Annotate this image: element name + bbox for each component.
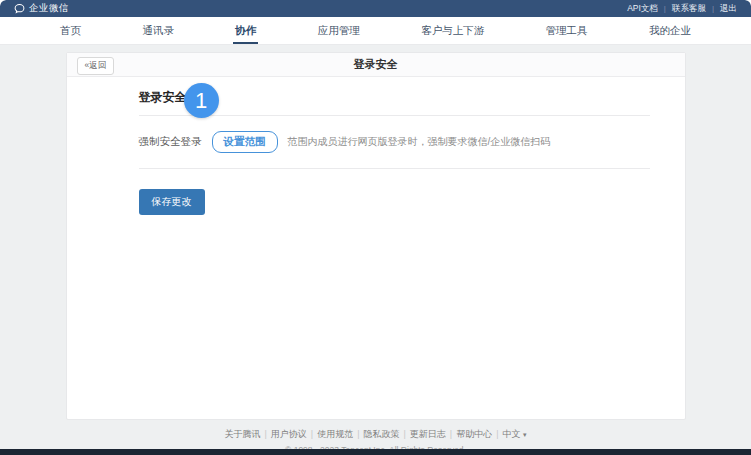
nav-tab-my-company[interactable]: 我的企业 [647, 19, 693, 44]
topbar-link-contact-support[interactable]: 联系客服 [672, 3, 706, 15]
bottom-bar [0, 449, 751, 455]
app-logo-label: 企业微信 [29, 2, 69, 15]
app-logo[interactable]: 企业微信 [14, 2, 69, 15]
separator: | [353, 429, 363, 439]
set-scope-button[interactable]: 设置范围 [212, 131, 278, 153]
annotation-badge-1: 1 [184, 83, 219, 118]
footer-link-usage-rules[interactable]: 使用规范 [317, 429, 353, 439]
language-label: 中文 [503, 429, 521, 439]
nav-tab-app-management[interactable]: 应用管理 [316, 19, 362, 44]
nav-tab-admin-tools[interactable]: 管理工具 [544, 19, 590, 44]
setting-description: 范围内成员进行网页版登录时，强制要求微信/企业微信扫码 [288, 135, 551, 149]
topbar-link-api-docs[interactable]: API文档 [627, 3, 658, 15]
separator: | [260, 429, 270, 439]
separator: | [307, 429, 317, 439]
caret-down-icon: ▾ [523, 431, 527, 438]
nav-tab-home[interactable]: 首页 [58, 19, 83, 44]
footer-link-about-tencent[interactable]: 关于腾讯 [224, 429, 260, 439]
separator: | [712, 4, 714, 13]
topbar: 企业微信 API文档 | 联系客服 | 退出 [0, 0, 751, 17]
back-button[interactable]: «返回 [77, 57, 115, 75]
nav-tab-contacts[interactable]: 通讯录 [140, 19, 176, 44]
divider [139, 115, 650, 116]
divider [139, 168, 650, 169]
nav-tab-customers[interactable]: 客户与上下游 [419, 19, 486, 44]
login-security-card: «返回 登录安全 登录安全 强制安全登录 设置范围 范围内成员进行网页版登录时，… [66, 52, 686, 420]
separator: | [399, 429, 409, 439]
separator: | [492, 429, 502, 439]
card-body: 登录安全 强制安全登录 设置范围 范围内成员进行网页版登录时，强制要求微信/企业… [67, 77, 685, 215]
wecom-admin-page: 企业微信 API文档 | 联系客服 | 退出 首页 通讯录 协作 应用管理 客户… [0, 0, 751, 455]
nav-tab-collaboration[interactable]: 协作 [233, 19, 258, 44]
main-nav: 首页 通讯录 协作 应用管理 客户与上下游 管理工具 我的企业 [0, 17, 751, 45]
language-selector[interactable]: 中文 ▾ [503, 429, 527, 439]
topbar-link-logout[interactable]: 退出 [720, 3, 737, 15]
content-area: «返回 登录安全 登录安全 强制安全登录 设置范围 范围内成员进行网页版登录时，… [0, 45, 751, 420]
footer-link-help-center[interactable]: 帮助中心 [456, 429, 492, 439]
setting-label: 强制安全登录 [139, 135, 202, 149]
forced-secure-login-row: 强制安全登录 设置范围 范围内成员进行网页版登录时，强制要求微信/企业微信扫码 [139, 131, 650, 153]
footer-link-privacy-policy[interactable]: 隐私政策 [363, 429, 399, 439]
separator: | [446, 429, 456, 439]
footer-link-changelog[interactable]: 更新日志 [410, 429, 446, 439]
page-title: 登录安全 [354, 57, 398, 72]
footer-links: 关于腾讯|用户协议|使用规范|隐私政策|更新日志|帮助中心|中文 ▾ [0, 428, 751, 441]
footer-link-user-agreement[interactable]: 用户协议 [271, 429, 307, 439]
separator: | [664, 4, 666, 13]
save-changes-button[interactable]: 保存更改 [139, 189, 205, 215]
topbar-links: API文档 | 联系客服 | 退出 [627, 3, 737, 15]
card-header: «返回 登录安全 [67, 53, 685, 77]
chat-bubble-icon [14, 3, 25, 14]
